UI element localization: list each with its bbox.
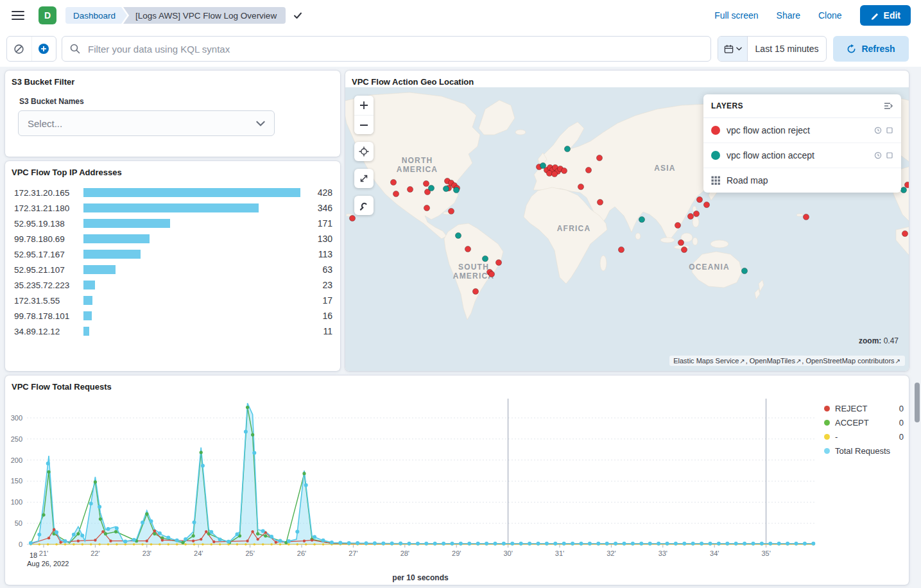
ip-bar-fill[interactable] (83, 311, 92, 320)
layer-row[interactable]: Road map (703, 168, 901, 193)
collapse-layers-icon[interactable] (883, 101, 893, 111)
calendar-menu-button[interactable] (718, 37, 748, 61)
breadcrumb-dashboard[interactable]: Dashboard (65, 7, 127, 24)
layer-row[interactable]: vpc flow action accept (703, 143, 901, 168)
legend-item[interactable]: Total Requests (824, 444, 904, 458)
ip-address-label: 99.78.178.101 (14, 311, 80, 321)
map-point-reject[interactable] (687, 213, 693, 219)
map-point-reject[interactable] (585, 167, 591, 173)
vertical-scrollbar[interactable] (915, 383, 920, 422)
ip-bar-row[interactable]: 172.31.5.5517 (14, 293, 332, 308)
panel-title: VPC Flow Action Geo Location (345, 71, 909, 87)
map-point-reject[interactable] (703, 202, 709, 207)
layer-toggle-icon[interactable] (886, 126, 893, 134)
map-point-accept[interactable] (482, 255, 488, 261)
map-point-reject[interactable] (904, 182, 909, 187)
map-point-reject[interactable] (803, 214, 809, 220)
map-point-reject[interactable] (393, 191, 399, 196)
ip-bar-fill[interactable] (83, 281, 95, 290)
clone-button[interactable]: Clone (818, 10, 842, 21)
ip-bar-row[interactable]: 52.95.21.10763 (14, 262, 332, 277)
layer-toggle-icon[interactable] (886, 151, 893, 159)
map-point-accept[interactable] (741, 268, 747, 273)
ip-bar-fill[interactable] (83, 219, 170, 228)
map-point-reject[interactable] (390, 179, 396, 185)
s3-bucket-select[interactable]: Select... (18, 110, 275, 136)
map-point-reject[interactable] (423, 180, 429, 186)
legend-item[interactable]: REJECT0 (824, 401, 904, 415)
map-point-reject[interactable] (349, 215, 355, 221)
ip-bar-row[interactable]: 52.95.17.167113 (14, 246, 332, 262)
map-point-accept[interactable] (564, 146, 570, 151)
map-point-reject[interactable] (681, 246, 687, 252)
full-screen-button[interactable]: Full screen (714, 10, 758, 21)
map-point-reject[interactable] (407, 186, 413, 192)
ip-bar-row[interactable]: 172.31.20.165428 (14, 185, 332, 200)
map-point-reject[interactable] (424, 205, 429, 211)
ip-bar-fill[interactable] (83, 203, 259, 212)
map-point-reject[interactable] (618, 246, 624, 252)
zoom-in-button[interactable] (354, 96, 374, 115)
edit-button[interactable]: Edit (860, 5, 911, 26)
ip-bar-fill[interactable] (83, 296, 92, 305)
layer-label: vpc flow action reject (727, 125, 810, 135)
kql-query-input[interactable] (62, 36, 711, 62)
map-point-reject[interactable] (693, 211, 699, 216)
map-point-reject[interactable] (488, 271, 494, 277)
map-point-reject[interactable] (472, 288, 478, 294)
map-point-reject[interactable] (561, 168, 567, 173)
ip-bar-row[interactable]: 99.78.180.69130 (14, 231, 332, 246)
legend-item[interactable]: ACCEPT0 (824, 415, 904, 429)
attribution-link[interactable]: Elastic Maps Service (673, 357, 739, 365)
map-point-accept[interactable] (443, 186, 449, 191)
ip-bar-row[interactable]: 52.95.19.138171 (14, 216, 332, 231)
add-filter-button[interactable] (31, 37, 56, 61)
layer-row[interactable]: vpc flow action reject (703, 118, 901, 143)
space-avatar[interactable]: D (39, 6, 56, 24)
s3-bucket-select-placeholder: Select... (28, 118, 62, 129)
map-point-reject[interactable] (696, 196, 702, 202)
map-point-accept[interactable] (428, 185, 434, 191)
world-map[interactable]: NORTHAMERICASOUTHAMERICAAFRICAASIAOCEANI… (345, 87, 909, 371)
map-point-reject[interactable] (596, 155, 602, 160)
breadcrumb-current[interactable]: [Logs AWS] VPC Flow Log Overview (123, 7, 286, 24)
map-point-reject[interactable] (902, 230, 908, 236)
map-point-reject[interactable] (495, 259, 501, 265)
refresh-button[interactable]: Refresh (833, 36, 909, 62)
share-button[interactable]: Share (777, 10, 800, 21)
attribution-link[interactable]: OpenStreetMap contributors (805, 357, 894, 365)
map-point-reject[interactable] (578, 184, 583, 189)
zoom-out-button[interactable] (354, 115, 374, 134)
map-point-reject[interactable] (597, 199, 603, 205)
ip-bar-row[interactable]: 99.78.178.10116 (14, 308, 332, 324)
map-point-accept[interactable] (639, 216, 644, 222)
map-point-reject[interactable] (448, 208, 454, 214)
disable-filters-button[interactable] (7, 37, 31, 61)
attribution-link[interactable]: OpenMapTiles (750, 357, 795, 365)
ip-bar-fill[interactable] (83, 188, 300, 197)
ip-bar-fill[interactable] (83, 327, 89, 336)
panel-top-ip-addresses: VPC Flow Top IP Addresses 172.31.20.1654… (5, 161, 340, 371)
map-point-reject[interactable] (551, 171, 557, 177)
map-point-reject[interactable] (678, 239, 684, 245)
map-tools-button[interactable] (354, 196, 374, 215)
map-point-accept[interactable] (900, 187, 906, 193)
map-point-reject[interactable] (465, 246, 470, 252)
total-requests-chart[interactable]: 05010015020025030021'22'23'24'25'26'27'2… (5, 376, 909, 585)
ip-count-value: 63 (306, 264, 332, 275)
legend-item[interactable]: -0 (824, 429, 904, 444)
ip-bar-row[interactable]: 34.89.12.1211 (14, 324, 332, 339)
fit-to-data-button[interactable] (354, 142, 374, 161)
map-point-reject[interactable] (675, 222, 680, 228)
time-range-button[interactable]: Last 15 minutes (748, 37, 826, 61)
map-point-accept[interactable] (540, 162, 546, 168)
menu-button[interactable] (9, 6, 27, 24)
ip-bar-fill[interactable] (83, 265, 116, 274)
expand-map-button[interactable] (354, 169, 374, 188)
ip-bar-fill[interactable] (83, 234, 150, 243)
ip-bar-fill[interactable] (83, 250, 141, 259)
map-point-accept[interactable] (455, 232, 461, 238)
map-point-accept[interactable] (453, 187, 459, 193)
ip-bar-row[interactable]: 172.31.21.180346 (14, 200, 332, 216)
ip-bar-row[interactable]: 35.235.72.22323 (14, 277, 332, 293)
